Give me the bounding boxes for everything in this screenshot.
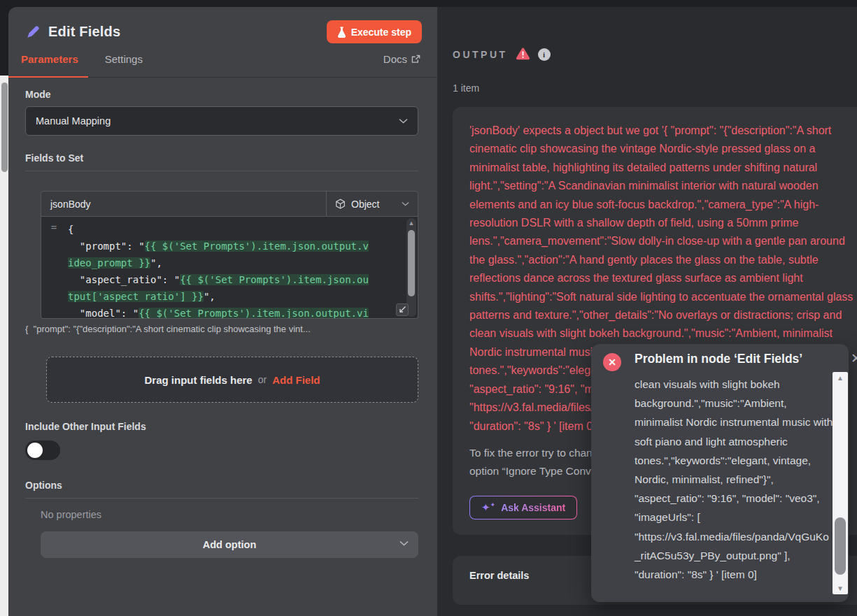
external-link-icon [411,55,420,64]
tab-parameters[interactable]: Parameters [21,51,78,65]
active-tab-underline [8,76,88,78]
field-item-jsonbody: jsonBody Object = { [41,191,418,319]
add-option-label: Add option [203,539,257,550]
execute-step-button[interactable]: Execute step [327,20,422,43]
include-other-fields-toggle[interactable] [25,440,60,460]
node-header: Edit Fields Execute step [8,7,437,40]
drag-input-fields-dropzone[interactable]: Drag input fields here or Add Field [46,357,418,403]
tab-settings[interactable]: Settings [105,51,143,65]
chevron-down-icon [399,118,408,124]
section-divider [25,498,418,499]
toast-title: Problem in node ‘Edit Fields’ [635,352,841,366]
docs-label: Docs [383,53,407,65]
no-properties-text: No properties [41,509,418,520]
drag-fields-text: Drag input fields here [145,374,253,386]
mode-select-value: Manual Mapping [36,115,399,127]
expression-preview: { "prompt": "{"description":"A short cin… [25,324,418,334]
mode-select[interactable]: Manual Mapping [25,106,418,136]
toast-scrollbar[interactable]: ▲ ▼ [833,372,848,594]
ask-assistant-label: Ask Assistant [501,502,565,513]
chevron-down-icon [399,540,409,546]
error-details-label: Error details [469,570,529,581]
ndv-screen: Edit Fields Execute step Parameters Sett… [0,0,857,616]
options-label: Options [25,480,418,491]
ask-assistant-button[interactable]: ✦✦ Ask Assistant [469,496,577,520]
toast-message: clean visuals with slight bokeh backgrou… [635,375,833,584]
fields-to-set-label: Fields to Set [25,152,418,164]
cube-icon [335,199,346,210]
background-panel-edge [0,76,8,616]
include-other-fields-label: Include Other Input Fields [25,421,418,432]
scroll-up-arrow-icon[interactable]: ▲ [406,220,416,227]
tabs-bar: Parameters Settings Docs [8,51,437,78]
output-header: OUTPUT i [453,48,857,61]
warning-triangle-icon [516,48,530,61]
toast-close-icon[interactable]: ✕ [851,350,857,366]
field-name-row: jsonBody Object [41,191,418,217]
toggle-knob [27,443,43,458]
info-icon[interactable]: i [538,48,551,61]
toast-scrollbar-thumb[interactable] [835,517,846,575]
node-settings-panel: Edit Fields Execute step Parameters Sett… [8,7,437,616]
editor-gutter: = [41,222,66,233]
chevron-down-icon [402,201,409,206]
editor-expand-handle[interactable] [396,303,409,316]
field-type-value: Object [351,199,379,210]
editor-scrollbar-thumb[interactable] [408,230,415,296]
background-scrollbar-thumb[interactable] [1,83,8,172]
field-type-select[interactable]: Object [326,192,418,216]
parameters-form: Mode Manual Mapping Fields to Set jsonBo… [8,89,437,558]
section-divider [25,171,418,171]
mode-label: Mode [25,89,418,100]
flask-icon [337,27,346,38]
sparkle-icon: ✦✦ [481,502,495,513]
output-title: OUTPUT [453,49,508,60]
error-toast: ✕ Problem in node ‘Edit Fields’ clean vi… [591,344,849,602]
scroll-down-arrow-icon[interactable]: ▼ [833,585,848,592]
output-items-count: 1 item [453,83,857,94]
editor-scrollbar[interactable]: ▲ [406,218,416,317]
error-circle-icon: ✕ [603,353,621,371]
scroll-up-arrow-icon[interactable]: ▲ [833,374,848,382]
docs-link[interactable]: Docs [383,53,420,65]
execute-step-label: Execute step [351,27,411,38]
expression-code-editor[interactable]: = { "prompt": "{{ $('Set Prompts').item.… [41,217,418,319]
drag-or-text: or [258,374,267,385]
editor-code[interactable]: { "prompt": "{{ $('Set Prompts').item.js… [68,217,369,319]
node-title: Edit Fields [48,24,120,40]
field-name-input[interactable]: jsonBody [41,192,326,216]
add-option-button[interactable]: Add option [41,531,418,558]
edit-fields-node-icon [25,24,41,40]
add-field-link[interactable]: Add Field [272,374,320,386]
